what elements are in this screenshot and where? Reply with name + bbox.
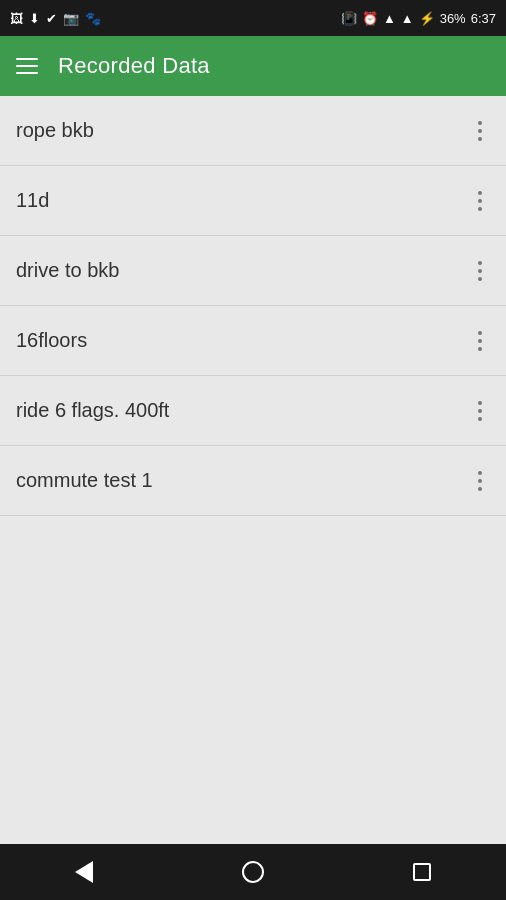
back-button[interactable] bbox=[65, 851, 103, 893]
list-item[interactable]: drive to bkb bbox=[0, 236, 506, 306]
signal-icon: ▲ bbox=[401, 11, 414, 26]
camera-icon: 📷 bbox=[63, 11, 79, 26]
app-bar: Recorded Data bbox=[0, 36, 506, 96]
time-display: 6:37 bbox=[471, 11, 496, 26]
back-icon bbox=[75, 861, 93, 883]
bottom-nav-bar bbox=[0, 844, 506, 900]
empty-area bbox=[0, 516, 506, 736]
list-item-label: 11d bbox=[16, 189, 49, 212]
more-options-button[interactable] bbox=[470, 183, 490, 219]
more-options-button[interactable] bbox=[470, 253, 490, 289]
list-item-label: ride 6 flags. 400ft bbox=[16, 399, 169, 422]
more-options-button[interactable] bbox=[470, 113, 490, 149]
list-item-label: commute test 1 bbox=[16, 469, 153, 492]
list-item[interactable]: 11d bbox=[0, 166, 506, 236]
recents-button[interactable] bbox=[403, 853, 441, 891]
hamburger-menu-button[interactable] bbox=[16, 58, 38, 74]
more-options-button[interactable] bbox=[470, 463, 490, 499]
home-icon bbox=[242, 861, 264, 883]
notification-icon: 🐾 bbox=[85, 11, 101, 26]
more-options-button[interactable] bbox=[470, 323, 490, 359]
status-bar: 🖼 ⬇ ✔ 📷 🐾 📳 ⏰ ▲ ▲ ⚡ 36% 6:37 bbox=[0, 0, 506, 36]
status-bar-left-icons: 🖼 ⬇ ✔ 📷 🐾 bbox=[10, 11, 101, 26]
alarm-icon: ⏰ bbox=[362, 11, 378, 26]
gallery-icon: 🖼 bbox=[10, 11, 23, 26]
battery-icon: ⚡ bbox=[419, 11, 435, 26]
recents-icon bbox=[413, 863, 431, 881]
app-bar-title: Recorded Data bbox=[58, 53, 210, 79]
list-item[interactable]: 16floors bbox=[0, 306, 506, 376]
list-item[interactable]: commute test 1 bbox=[0, 446, 506, 516]
home-button[interactable] bbox=[232, 851, 274, 893]
list-item[interactable]: ride 6 flags. 400ft bbox=[0, 376, 506, 446]
recorded-data-list: rope bkb 11d drive to bkb 16floors bbox=[0, 96, 506, 736]
list-item-label: 16floors bbox=[16, 329, 87, 352]
more-options-button[interactable] bbox=[470, 393, 490, 429]
download-icon: ⬇ bbox=[29, 11, 40, 26]
wifi-icon: ▲ bbox=[383, 11, 396, 26]
battery-percentage: 36% bbox=[440, 11, 466, 26]
list-item-label: drive to bkb bbox=[16, 259, 119, 282]
vibrate-icon: 📳 bbox=[341, 11, 357, 26]
list-item[interactable]: rope bkb bbox=[0, 96, 506, 166]
list-item-label: rope bkb bbox=[16, 119, 94, 142]
status-bar-right-icons: 📳 ⏰ ▲ ▲ ⚡ 36% 6:37 bbox=[341, 11, 496, 26]
task-icon: ✔ bbox=[46, 11, 57, 26]
